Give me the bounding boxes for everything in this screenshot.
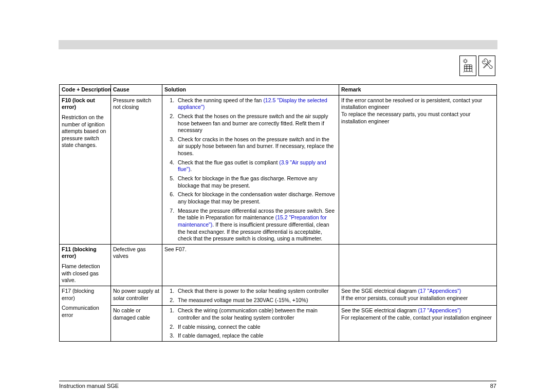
table-header-row: Code + Description Cause Solution Remark <box>60 85 497 96</box>
footer-left: Instruction manual SGE <box>59 383 119 389</box>
svg-line-5 <box>464 60 464 60</box>
solution-item: Check the running speed of the fan (12.5… <box>176 97 337 111</box>
svg-rect-9 <box>464 65 472 71</box>
remark-text: If the error cannot be resolved or is pe… <box>341 97 494 125</box>
cell-solution: See F07. <box>162 244 339 286</box>
cell-remark: If the error cannot be resolved or is pe… <box>339 95 497 244</box>
cell-code: F17 (blocking error)Communication error <box>60 286 111 342</box>
code-desc: Communication error <box>62 305 108 319</box>
cell-code: F10 (lock out error)Restriction on the n… <box>60 95 111 244</box>
solution-item: Measure the pressure differential across… <box>176 208 337 242</box>
svg-line-7 <box>464 62 464 63</box>
th-remark: Remark <box>339 85 497 96</box>
solution-item: If cable missing, connect the cable <box>176 324 337 331</box>
cell-cause: Pressure switch not closing <box>111 95 162 244</box>
tools-icon <box>478 55 495 76</box>
reference-link[interactable]: (17 "Appendices") <box>418 288 461 294</box>
cell-remark: See the SGE electrical diagram (17 "Appe… <box>339 306 497 342</box>
footer-right: 87 <box>490 383 496 389</box>
reference-link[interactable]: (3.9 "Air supply and flue") <box>178 159 326 173</box>
cell-cause: Defective gas valves <box>111 244 162 286</box>
solution-list: Check the wiring (communication cable) b… <box>164 307 337 340</box>
solution-item: Check that there is power to the solar h… <box>176 288 337 295</box>
th-code: Code + Description <box>60 85 111 96</box>
cell-cause: No cable or damaged cable <box>111 306 162 342</box>
header-icons <box>459 55 495 76</box>
th-solution: Solution <box>162 85 339 96</box>
cell-cause: No power supply at solar controller <box>111 286 162 306</box>
code-desc: Restriction on the number of ignition at… <box>62 114 108 149</box>
solar-icon <box>459 55 476 76</box>
solution-item: Check that the hoses on the pressure swi… <box>176 113 337 134</box>
solution-item: The measured voltage must be 230VAC (-15… <box>176 297 337 304</box>
code-title: F11 (blocking error) <box>62 246 97 259</box>
reference-link[interactable]: (12.5 "Display the selected appliance") <box>178 97 327 110</box>
code-title: F17 (blocking error) <box>62 288 94 301</box>
header-bar <box>59 40 497 49</box>
th-cause: Cause <box>111 85 162 96</box>
solution-text: See F07. <box>164 246 187 252</box>
table-row: No cable or damaged cableCheck the wirin… <box>60 306 497 342</box>
remark-text: See the SGE electrical diagram (17 "Appe… <box>341 307 494 321</box>
code-title: F10 (lock out error) <box>62 97 95 110</box>
solution-list: Check the running speed of the fan (12.5… <box>164 97 337 242</box>
svg-point-0 <box>464 60 467 63</box>
svg-line-6 <box>467 62 467 63</box>
solution-item: Check for cracks in the hoses on the pre… <box>176 136 337 157</box>
table-row: F17 (blocking error)Communication errorN… <box>60 286 497 306</box>
reference-link[interactable]: (15.2 "Preparation for maintenance") <box>178 214 327 228</box>
cell-code: F11 (blocking error)Flame detection with… <box>60 244 111 286</box>
solution-item: If cable damaged, replace the cable <box>176 332 337 340</box>
cell-remark: See the SGE electrical diagram (17 "Appe… <box>339 286 497 306</box>
solution-list: Check that there is power to the solar h… <box>164 288 337 304</box>
solution-item: Check that the flue gas outlet is compli… <box>176 159 337 173</box>
error-table: Code + Description Cause Solution Remark… <box>59 84 496 342</box>
footer: Instruction manual SGE 87 <box>59 381 496 389</box>
cell-solution: Check the wiring (communication cable) b… <box>162 306 339 342</box>
cell-solution: Check the running speed of the fan (12.5… <box>162 95 339 244</box>
table-row: F11 (blocking error)Flame detection with… <box>60 244 497 286</box>
table-row: F10 (lock out error)Restriction on the n… <box>60 95 497 244</box>
solution-item: Check for blockage in the condensation w… <box>176 191 337 205</box>
remark-text: See the SGE electrical diagram (17 "Appe… <box>341 288 494 302</box>
reference-link[interactable]: (17 "Appendices") <box>418 307 461 313</box>
solution-item: Check for blockage in the flue gas disch… <box>176 175 337 189</box>
svg-line-8 <box>467 60 467 60</box>
solution-item: Check the wiring (communication cable) b… <box>176 307 337 321</box>
cell-remark <box>339 244 497 286</box>
cell-solution: Check that there is power to the solar h… <box>162 286 339 306</box>
code-desc: Flame detection with closed gas valve. <box>62 263 108 284</box>
